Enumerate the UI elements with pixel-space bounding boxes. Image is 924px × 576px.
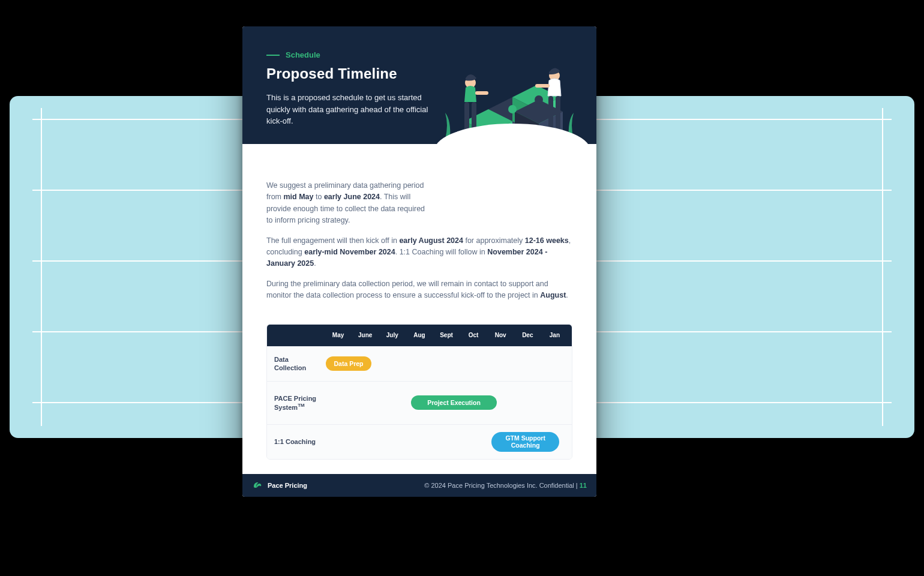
grid-line xyxy=(41,108,42,426)
document-page: Schedule Proposed Timeline This is a pro… xyxy=(242,26,596,497)
text-bold: early June 2024 xyxy=(324,193,380,201)
gantt-row-data-collection: Data Collection Data Prep xyxy=(267,346,572,381)
gantt-row-coaching: 1:1 Coaching GTM Support Coaching xyxy=(267,424,572,459)
text-bold: early August 2024 xyxy=(399,236,463,245)
page-number: 11 xyxy=(580,482,587,489)
month-header: Jan xyxy=(541,331,568,340)
text-bold: early-mid November 2024 xyxy=(304,248,395,256)
text: The full engagement will then kick off i… xyxy=(266,236,399,245)
paragraph-3: During the preliminary data collection p… xyxy=(266,278,572,302)
page-footer: Pace Pricing © 2024 Pace Pricing Technol… xyxy=(242,474,596,497)
body-content: We suggest a preliminary data gathering … xyxy=(242,144,596,474)
text-bold: 12-16 weeks xyxy=(525,236,569,245)
gantt-row-pace-system: PACE Pricing SystemTM Project Execution xyxy=(267,381,572,424)
eyebrow-label: Schedule xyxy=(286,50,320,59)
svg-rect-23 xyxy=(535,84,550,88)
trademark-sup: TM xyxy=(298,403,305,408)
month-header: July xyxy=(379,331,406,340)
bar-track: Project Execution xyxy=(321,382,572,424)
row-label: Data Collection xyxy=(267,349,321,379)
bar-track: GTM Support Coaching xyxy=(321,425,572,459)
svg-rect-17 xyxy=(475,91,488,95)
month-header: Dec xyxy=(514,331,541,340)
brand-logo-icon xyxy=(252,480,263,491)
brand-name: Pace Pricing xyxy=(268,482,307,489)
svg-point-12 xyxy=(508,105,517,113)
paragraph-2: The full engagement will then kick off i… xyxy=(266,235,572,270)
text-bold: mid May xyxy=(283,193,313,201)
svg-rect-21 xyxy=(548,96,553,131)
footer-copyright: © 2024 Pace Pricing Technologies Inc. Co… xyxy=(424,482,587,489)
eyebrow-dash xyxy=(266,55,280,56)
month-header: Sept xyxy=(433,331,460,340)
hero-description: This is a proposed schedule to get us st… xyxy=(266,92,428,127)
brand-lockup: Pace Pricing xyxy=(252,480,307,491)
text-bold: August xyxy=(540,291,566,299)
text: . xyxy=(566,291,568,299)
gantt-bar-project-execution: Project Execution xyxy=(411,395,496,410)
month-header: Nov xyxy=(487,331,514,340)
text: . 1:1 Coaching will follow in xyxy=(395,248,488,256)
month-header: Aug xyxy=(406,331,433,340)
text: for approximately xyxy=(463,236,525,245)
paragraph-1: We suggest a preliminary data gathering … xyxy=(266,180,428,227)
text: . xyxy=(314,259,316,268)
month-header: June xyxy=(352,331,379,340)
hero-section: Schedule Proposed Timeline This is a pro… xyxy=(242,26,596,144)
text: During the preliminary data collection p… xyxy=(266,280,548,299)
svg-point-13 xyxy=(535,95,543,104)
month-header: May xyxy=(325,331,352,340)
row-label: PACE Pricing SystemTM xyxy=(267,388,321,418)
gantt-bar-gtm-coaching: GTM Support Coaching xyxy=(491,432,559,451)
bar-track: Data Prep xyxy=(321,347,572,381)
row-label: 1:1 Coaching xyxy=(267,431,321,452)
gantt-chart: May June July Aug Sept Oct Nov Dec Jan D… xyxy=(266,324,572,460)
month-header: Oct xyxy=(460,331,487,340)
grid-line xyxy=(882,108,883,426)
text: © 2024 Pace Pricing Technologies Inc. Co… xyxy=(424,482,579,489)
text: PACE Pricing System xyxy=(274,395,316,411)
gantt-bar-data-prep: Data Prep xyxy=(326,356,371,371)
svg-rect-22 xyxy=(556,96,560,131)
text: to xyxy=(314,193,324,201)
gantt-header-row: May June July Aug Sept Oct Nov Dec Jan xyxy=(267,325,572,346)
